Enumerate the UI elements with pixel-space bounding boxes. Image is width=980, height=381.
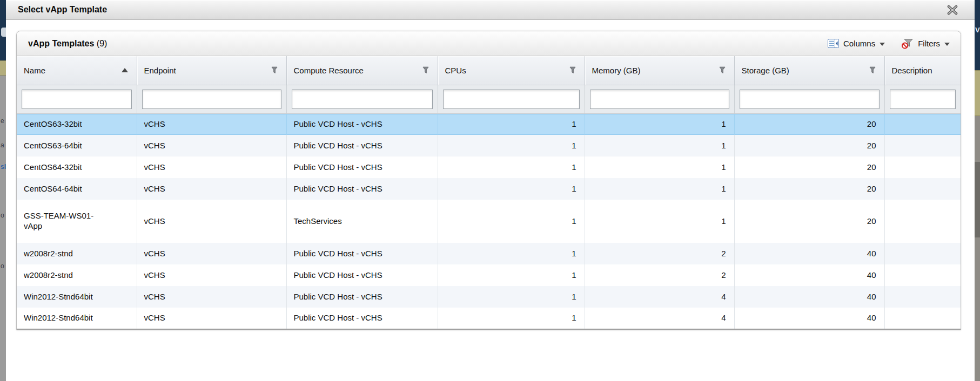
cell-compute: Public VCD Host - vCHS [286,178,438,200]
cell-name: w2008r2-stnd [17,264,137,286]
cell-compute: Public VCD Host - vCHS [286,113,438,135]
table-row[interactable]: w2008r2-stndvCHSPublic VCD Host - vCHS12… [17,264,961,286]
cell-description [884,308,961,329]
filter-cell-storage [734,85,884,113]
filter-cell-name [17,85,137,113]
filters-icon [901,38,914,49]
chevron-down-icon [944,43,950,46]
cell-name: w2008r2-stnd [17,243,137,264]
cell-endpoint: vCHS [137,178,286,200]
table-row[interactable]: Win2012-Stnd64bitvCHSPublic VCD Host - v… [17,286,961,308]
cell-cpus: 1 [438,308,585,329]
filter-input-description[interactable] [890,90,956,109]
background-dark-block [975,162,980,237]
cell-description [884,157,961,178]
filter-funnel-icon[interactable] [422,66,429,74]
cell-compute: Public VCD Host - vCHS [286,286,438,308]
table-row[interactable]: Win2012-Stnd64bitvCHSPublic VCD Host - v… [17,308,961,329]
background-navy-block [975,0,980,70]
cell-name: CentOS64-32bit [17,157,137,178]
filter-cell-compute [286,85,438,113]
cell-cpus: 1 [438,178,585,200]
cell-cpus: 1 [438,113,585,135]
cell-compute: Public VCD Host - vCHS [286,157,438,178]
filter-cell-memory [585,85,734,113]
filter-funnel-icon[interactable] [569,66,576,74]
column-header-memory[interactable]: Memory (GB) [585,56,734,85]
filters-button-label: Filters [918,39,940,48]
filter-input-storage[interactable] [740,90,880,109]
columns-icon [828,39,839,48]
background-text-fragment: o [1,212,4,219]
cell-cpus: 1 [438,200,585,243]
filter-funnel-icon[interactable] [869,66,876,74]
columns-button[interactable]: Columns [828,39,885,48]
background-page-right-strip: V [975,0,980,381]
filter-cell-description [884,85,961,113]
table-row[interactable]: CentOS64-64bitvCHSPublic VCD Host - vCHS… [17,178,961,200]
filters-button[interactable]: Filters [901,38,950,49]
cell-endpoint: vCHS [137,286,286,308]
chevron-down-icon [880,43,885,46]
cell-cpus: 1 [438,135,585,157]
panel-count: (9) [97,39,108,48]
cell-description [884,286,961,308]
screen: easloo Select vApp Template vApp Templat… [0,0,980,381]
filter-funnel-icon[interactable] [271,66,278,74]
select-vapp-template-dialog: Select vApp Template vApp Templates (9) [6,0,975,381]
cell-endpoint: vCHS [137,308,286,329]
dialog-title: Select vApp Template [18,5,107,15]
background-olive-block [975,70,980,116]
column-header-label: CPUs [445,66,466,75]
panel-header: vApp Templates (9) Columns [17,31,961,56]
cell-compute: Public VCD Host - vCHS [286,135,438,157]
column-header-name[interactable]: Name [17,56,137,85]
table-row[interactable]: CentOS63-64bitvCHSPublic VCD Host - vCHS… [17,135,961,157]
background-text-fragment: sl [1,164,6,170]
panel-title-text: vApp Templates [28,39,94,48]
dialog-titlebar: Select vApp Template [6,0,975,20]
column-header-endpoint[interactable]: Endpoint [137,56,286,85]
cell-name: CentOS64-64bit [17,178,137,200]
cell-description [884,264,961,286]
panel-toolbar: Columns Filters [828,38,950,49]
cell-compute: TechServices [286,200,438,243]
cell-memory: 2 [585,264,734,286]
cell-endpoint: vCHS [137,113,286,135]
column-header-storage[interactable]: Storage (GB) [734,56,884,85]
cell-storage: 40 [734,286,884,308]
column-header-label: Storage (GB) [742,66,789,75]
filter-input-endpoint[interactable] [142,90,281,109]
cell-name: Win2012-Stnd64bit [17,308,137,329]
table-row[interactable]: GSS-TEAM-WS01-vAppvCHSTechServices1120 [17,200,961,243]
table-row[interactable]: CentOS63-32bitvCHSPublic VCD Host - vCHS… [17,113,961,135]
filter-input-cpus[interactable] [443,90,580,109]
close-button[interactable] [945,4,959,17]
table-row[interactable]: CentOS64-32bitvCHSPublic VCD Host - vCHS… [17,157,961,178]
vapp-templates-table: NameEndpointCompute ResourceCPUsMemory (… [17,56,961,330]
cell-endpoint: vCHS [137,200,286,243]
table-row[interactable]: w2008r2-stndvCHSPublic VCD Host - vCHS12… [17,243,961,264]
cell-name: GSS-TEAM-WS01-vApp [17,200,137,243]
vapp-templates-panel: vApp Templates (9) Columns [16,31,961,330]
cell-endpoint: vCHS [137,157,286,178]
column-header-label: Description [892,66,932,75]
column-header-description[interactable]: Description [884,56,961,85]
background-page-left-strip: easloo [0,0,6,381]
filter-input-compute[interactable] [292,90,433,109]
filter-input-memory[interactable] [590,90,729,109]
cell-storage: 20 [734,157,884,178]
filter-funnel-icon[interactable] [719,66,726,74]
background-text-fragment: a [1,142,4,148]
column-header-compute[interactable]: Compute Resource [286,56,438,85]
sort-ascending-icon [122,68,128,72]
column-header-label: Name [24,66,45,75]
cell-cpus: 1 [438,264,585,286]
cell-memory: 4 [585,308,734,329]
filter-input-name[interactable] [22,90,132,109]
cell-storage: 20 [734,113,884,135]
cell-compute: Public VCD Host - vCHS [286,243,438,264]
column-header-cpus[interactable]: CPUs [438,56,585,85]
cell-description [884,243,961,264]
background-text-fragment: V [975,26,980,34]
